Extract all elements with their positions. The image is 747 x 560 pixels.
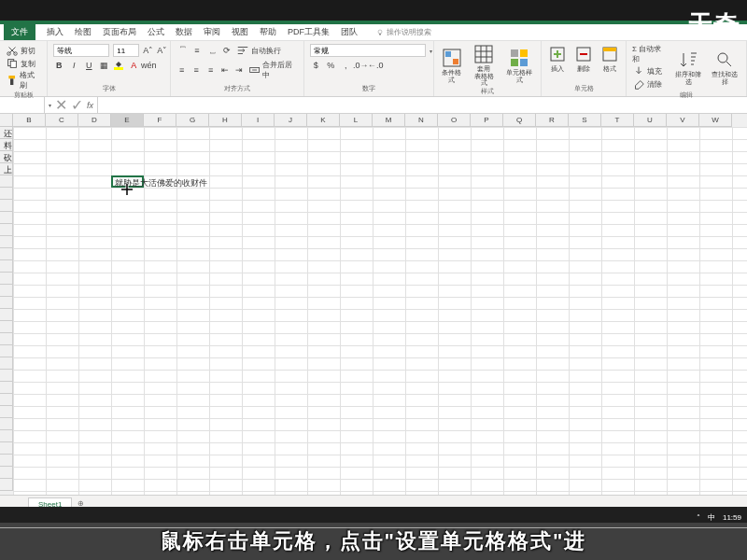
delete-cells-button[interactable]: 删除: [573, 44, 594, 73]
format-cells-button[interactable]: 格式: [599, 44, 620, 73]
chevron-down-icon[interactable]: ▾: [49, 102, 51, 108]
row-header[interactable]: [0, 188, 13, 200]
tab-draw[interactable]: 绘图: [75, 26, 92, 38]
row-header[interactable]: [0, 430, 13, 442]
row-header[interactable]: [0, 333, 13, 345]
col-header-D[interactable]: D: [78, 114, 111, 127]
col-header-Q[interactable]: Q: [503, 114, 536, 127]
col-header-H[interactable]: H: [209, 114, 242, 127]
table-format-button[interactable]: 套用 表格格式: [472, 44, 497, 87]
align-right-button[interactable]: ≡: [205, 64, 216, 76]
decrease-decimal-button[interactable]: ←.0: [370, 60, 381, 71]
row-header[interactable]: [0, 212, 13, 224]
align-top-button[interactable]: ⎴: [176, 45, 188, 56]
align-left-button[interactable]: ≡: [176, 64, 187, 76]
tab-layout[interactable]: 页面布局: [103, 26, 136, 38]
bold-button[interactable]: B: [53, 60, 64, 71]
tab-pdf[interactable]: PDF工具集: [288, 26, 330, 38]
tab-insert[interactable]: 插入: [47, 26, 63, 38]
tab-team[interactable]: 团队: [341, 26, 358, 38]
row-header[interactable]: [0, 260, 13, 273]
fill-button[interactable]: 填充: [632, 64, 667, 77]
col-header-N[interactable]: N: [405, 114, 438, 127]
currency-button[interactable]: $: [310, 60, 321, 71]
col-header-C[interactable]: C: [46, 114, 78, 127]
tab-data[interactable]: 数据: [176, 26, 192, 38]
col-header-G[interactable]: G: [176, 114, 209, 127]
row-header[interactable]: [0, 394, 13, 406]
font-size-select[interactable]: [113, 44, 139, 57]
col-header-O[interactable]: O: [438, 114, 471, 127]
row-header[interactable]: [0, 297, 13, 309]
align-bottom-button[interactable]: ⎵: [206, 45, 218, 56]
col-header-B[interactable]: B: [13, 114, 46, 127]
fx-icon[interactable]: fx: [87, 101, 93, 110]
conditional-format-button[interactable]: 条件格式: [440, 48, 465, 83]
clear-button[interactable]: 清除: [632, 77, 667, 91]
insert-cells-button[interactable]: 插入: [547, 44, 568, 73]
select-all-corner[interactable]: [0, 114, 13, 127]
cell-e7-content[interactable]: 就胁是大活佛爱的收财件: [113, 176, 209, 190]
autosum-button[interactable]: Σ 自动求和: [632, 44, 667, 64]
row-header[interactable]: [0, 467, 13, 479]
tab-formulas[interactable]: 公式: [148, 26, 164, 38]
row-header[interactable]: [0, 200, 13, 212]
tab-help[interactable]: 帮助: [260, 26, 276, 38]
sort-filter-button[interactable]: 排序和筛选: [672, 49, 703, 85]
align-center-button[interactable]: ≡: [190, 64, 201, 76]
cell-a5[interactable]: 上: [2, 163, 14, 177]
ime-indicator[interactable]: 中: [708, 512, 715, 523]
find-select-button[interactable]: 查找和选择: [710, 49, 740, 85]
font-name-select[interactable]: [53, 44, 109, 57]
tab-view[interactable]: 视图: [232, 26, 248, 38]
row-header[interactable]: [0, 382, 13, 394]
row-header[interactable]: [0, 455, 13, 467]
comma-button[interactable]: ,: [340, 60, 351, 71]
col-header-J[interactable]: J: [275, 114, 307, 127]
col-header-W[interactable]: W: [699, 114, 732, 127]
col-header-K[interactable]: K: [307, 114, 340, 127]
percent-button[interactable]: %: [325, 60, 336, 71]
col-header-M[interactable]: M: [373, 114, 405, 127]
row-header[interactable]: [0, 345, 13, 357]
decrease-font-button[interactable]: A˅: [157, 45, 167, 56]
row-header[interactable]: [0, 236, 13, 248]
col-header-S[interactable]: S: [569, 114, 601, 127]
tab-review[interactable]: 审阅: [204, 26, 220, 38]
italic-button[interactable]: I: [68, 60, 79, 71]
col-header-E[interactable]: E: [111, 114, 144, 127]
row-header[interactable]: [0, 370, 13, 382]
cells-area[interactable]: 还 料 砍 上 就胁是大活佛爱的收财件: [13, 127, 747, 495]
merge-button[interactable]: 合并后居中: [248, 60, 298, 80]
wrap-text-button[interactable]: 自动换行: [236, 44, 281, 57]
underline-button[interactable]: U: [83, 60, 94, 71]
increase-indent-button[interactable]: ⇥: [234, 64, 245, 76]
taskbar-clock[interactable]: 11:59: [723, 513, 741, 522]
row-header[interactable]: [0, 309, 13, 321]
row-header[interactable]: [0, 248, 13, 260]
row-header[interactable]: [0, 224, 13, 236]
col-header-L[interactable]: L: [340, 114, 373, 127]
align-middle-button[interactable]: ≡: [191, 45, 203, 56]
row-header[interactable]: [0, 479, 13, 491]
row-header[interactable]: [0, 357, 13, 370]
row-header[interactable]: [0, 285, 13, 297]
col-header-V[interactable]: V: [667, 114, 699, 127]
phonetic-button[interactable]: wén: [143, 60, 154, 71]
cell-styles-button[interactable]: 单元格样式: [504, 48, 535, 83]
row-header[interactable]: [0, 418, 13, 430]
enter-formula-icon[interactable]: ✓: [71, 96, 83, 114]
number-format-select[interactable]: [310, 44, 426, 57]
col-header-U[interactable]: U: [634, 114, 667, 127]
fill-color-button[interactable]: [113, 60, 124, 71]
row-header[interactable]: [0, 273, 13, 285]
spreadsheet-grid[interactable]: BCDEFGHIJKLMNOPQRSTUVW 还 料 砍 上 就胁是大活佛爱的收…: [0, 114, 747, 495]
row-header[interactable]: [0, 406, 13, 418]
font-color-button[interactable]: A: [128, 60, 139, 71]
orientation-button[interactable]: ⟳: [221, 45, 233, 56]
cancel-formula-icon[interactable]: ✕: [55, 96, 67, 114]
col-header-P[interactable]: P: [471, 114, 503, 127]
increase-font-button[interactable]: A˄: [143, 45, 153, 56]
decrease-indent-button[interactable]: ⇤: [219, 64, 230, 76]
copy-button[interactable]: 复制: [6, 57, 41, 70]
